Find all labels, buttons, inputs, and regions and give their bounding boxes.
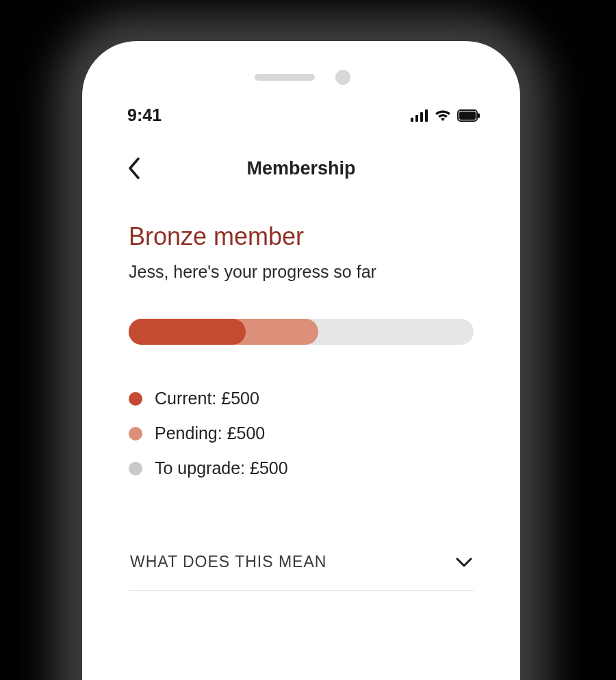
legend-pending: Pending: £500: [129, 423, 474, 443]
legend: Current: £500 Pending: £500 To upgrade: …: [129, 389, 474, 478]
what-does-this-mean-row[interactable]: WHAT DOES THIS MEAN: [129, 533, 474, 591]
progress-current: [129, 319, 246, 345]
dot-pending-icon: [129, 427, 142, 441]
svg-rect-0: [411, 118, 413, 122]
accordion-label: WHAT DOES THIS MEAN: [130, 553, 326, 571]
wifi-icon: [434, 109, 452, 122]
signal-icon: [411, 109, 428, 122]
app-screen: 9:41 Membership: [103, 96, 500, 680]
page-title: Membership: [246, 158, 355, 179]
legend-upgrade: To upgrade: £500: [129, 458, 474, 478]
chevron-left-icon: [127, 157, 141, 179]
svg-rect-2: [420, 112, 423, 122]
svg-rect-5: [459, 112, 476, 120]
legend-current-label: Current: £500: [155, 389, 259, 408]
legend-upgrade-label: To upgrade: £500: [155, 458, 288, 478]
svg-rect-1: [415, 115, 418, 122]
nav-bar: Membership: [103, 144, 500, 192]
battery-icon: [457, 109, 480, 122]
progress-bar: [129, 319, 474, 345]
tier-title: Bronze member: [129, 222, 474, 251]
svg-rect-3: [425, 109, 428, 122]
phone-speaker: [255, 74, 315, 81]
svg-rect-6: [478, 113, 480, 118]
progress-subtitle: Jess, here's your progress so far: [129, 262, 474, 282]
chevron-down-icon: [456, 558, 472, 567]
legend-pending-label: Pending: £500: [155, 423, 265, 443]
status-time: 9:41: [127, 105, 162, 125]
dot-current-icon: [129, 392, 142, 406]
legend-current: Current: £500: [129, 389, 474, 408]
phone-frame: 9:41 Membership: [82, 41, 520, 680]
dot-upgrade-icon: [129, 462, 142, 475]
status-bar: 9:41: [103, 96, 500, 132]
phone-camera: [335, 70, 350, 85]
back-button[interactable]: [122, 156, 146, 181]
